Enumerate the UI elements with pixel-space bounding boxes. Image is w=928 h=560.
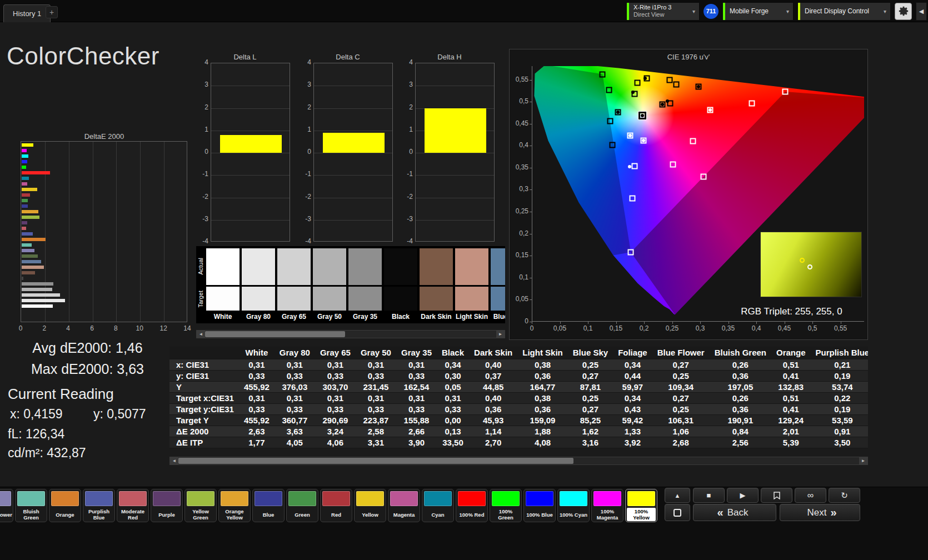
row-label: Target x:CIE31 [169, 392, 239, 403]
patch-button[interactable]: Purple [151, 489, 183, 522]
scroll-left-button[interactable]: ◄ [197, 331, 205, 338]
table-cell: 0,34 [613, 392, 652, 403]
deltae-bar [22, 260, 41, 263]
repeat-button[interactable]: ↻ [829, 488, 860, 503]
table-cell: 0,31 [239, 359, 275, 370]
patch-column: White [205, 246, 241, 323]
patch-button[interactable]: Cyan [422, 489, 454, 522]
patch-button[interactable]: Yellow Green [184, 489, 217, 522]
x-tick-label: 0,2 [633, 324, 655, 332]
patch-button-swatch [458, 491, 486, 506]
source-label: Mobile Forge [730, 7, 769, 15]
patch-button[interactable]: 100% Yellow [625, 489, 657, 522]
table-cell: 0,36 [517, 370, 568, 381]
table-cell: 0,31 [356, 359, 396, 370]
column-header: Black [437, 347, 469, 359]
patch-button[interactable]: Red [320, 489, 352, 522]
table-cell: 0,44 [613, 370, 652, 381]
patch-button[interactable]: Moderate Red [117, 489, 149, 522]
x-tick-label: 6 [86, 324, 99, 332]
scrollbar-thumb[interactable] [178, 458, 573, 464]
target-swatch [348, 287, 382, 311]
table-cell: 0,91 [811, 426, 868, 437]
source-dropdown[interactable]: Mobile Forge ▾ [722, 2, 794, 21]
table-cell: 0,22 [811, 392, 868, 403]
table-row: ΔE ITP1,774,054,063,313,9033,502,704,083… [169, 437, 868, 448]
patch-button[interactable]: 100% Blue [523, 489, 556, 522]
table-cell: 1,06 [652, 426, 710, 437]
actual-swatch [420, 248, 453, 285]
deltae-bar [22, 243, 32, 247]
meter-dropdown[interactable]: X-Rite i1Pro 3 Direct View ▾ [626, 2, 700, 21]
table-row: Target y:CIE310,330,330,330,330,330,330,… [169, 403, 868, 414]
scroll-left-button[interactable]: ◄ [170, 457, 178, 464]
stop-button[interactable]: ■ [693, 488, 725, 503]
patch-button[interactable]: Yellow [354, 489, 386, 522]
table-cell: 0,27 [652, 392, 710, 403]
patch-button[interactable]: Bluish Green [15, 489, 47, 522]
play-button[interactable]: ▶ [727, 488, 759, 503]
table-cell: 360,77 [275, 414, 315, 426]
cie-target-marker [701, 173, 707, 179]
scrollbar-track[interactable] [178, 457, 859, 464]
scroll-right-button[interactable]: ► [859, 457, 867, 464]
top-bar: History 1 + X-Rite i1Pro 3 Direct View ▾… [0, 0, 928, 22]
table-cell: 3,31 [356, 437, 396, 448]
settings-button[interactable] [895, 3, 912, 20]
display-control-dropdown[interactable]: Direct Display Control ▾ [797, 2, 891, 21]
patch-button[interactable]: 100% Red [456, 489, 488, 522]
scroll-right-button[interactable]: ► [496, 331, 505, 338]
play-icon: ▶ [740, 491, 746, 499]
column-header: Blue Flower [652, 347, 710, 359]
gridline [211, 86, 290, 86]
x-tick-label: 0,55 [830, 324, 852, 332]
table-cell: 290,69 [315, 414, 356, 426]
patch-button[interactable]: 100% Green [490, 489, 522, 522]
patch-button-label: Bluish Green [16, 508, 47, 521]
x-tick-label: 0,15 [605, 324, 627, 332]
back-button[interactable]: « Back [693, 504, 776, 521]
cie-measured-dot [643, 77, 647, 80]
patch-button[interactable]: Orange Yellow [218, 489, 251, 522]
patch-strip-scrollbar[interactable]: ◄ ► [196, 330, 505, 338]
column-header: Dark Skin [469, 347, 517, 359]
cie-title: CIE 1976 u'v' [510, 53, 867, 61]
patch-button[interactable]: Green [286, 489, 318, 522]
patch-button[interactable]: Magenta [388, 489, 420, 522]
patch-button[interactable]: 100% Cyan [557, 489, 590, 522]
y-tick-label: 0,35 [511, 163, 528, 171]
bookmark-button[interactable] [761, 488, 792, 503]
add-tab-button[interactable]: + [46, 6, 58, 18]
patch-button[interactable]: 100% Magenta [591, 489, 623, 522]
collapse-panel-button[interactable]: ◀ [916, 2, 927, 21]
pattern-up-button[interactable]: ▲ [665, 488, 690, 503]
target-row-label: Target [197, 291, 204, 308]
y-tick-label: 4 [402, 58, 413, 66]
patch-button-label: 100% Red [456, 508, 487, 521]
target-swatch [491, 287, 505, 311]
y-tick-label: 3 [300, 81, 311, 88]
gridline [314, 108, 392, 109]
patch-button[interactable]: Blue Flower [0, 489, 13, 522]
continuous-mode-button[interactable]: ∞ [795, 488, 826, 503]
patch-button[interactable]: Blue [252, 489, 285, 522]
table-cell: 0,31 [315, 392, 356, 403]
delta-h-chart: Delta H 43210-1-2-3-4 [401, 53, 498, 256]
history-tab[interactable]: History 1 [3, 4, 51, 22]
patch-button[interactable]: Orange [49, 489, 81, 522]
gridline [211, 198, 290, 198]
table-cell: 0,31 [275, 359, 315, 370]
table-cell: 0,34 [437, 359, 469, 370]
x-tick-label: 10 [133, 324, 146, 332]
scrollbar-thumb[interactable] [205, 331, 345, 337]
table-scrollbar[interactable]: ◄ ► [169, 457, 868, 465]
patch-button[interactable]: Purplish Blue [83, 489, 115, 522]
pattern-window-button[interactable] [665, 504, 690, 521]
y-tick-label: 1 [402, 126, 413, 133]
table-cell: 0,26 [710, 359, 771, 370]
next-button[interactable]: Next » [780, 504, 860, 521]
scrollbar-track[interactable] [205, 331, 496, 338]
table-cell: 0,31 [396, 359, 437, 370]
patch-label: Gray 65 [276, 311, 312, 321]
patch-button-label: Orange [49, 508, 81, 521]
